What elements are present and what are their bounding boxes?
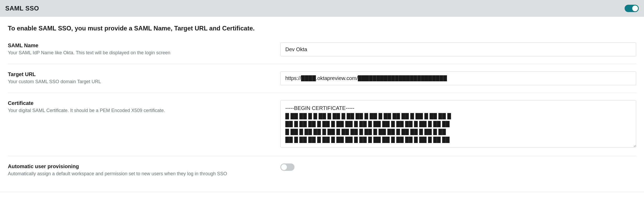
content-area: To enable SAML SSO, you must provide a S… — [0, 17, 644, 184]
target-url-row: Target URL Your custom SAML SSO domain T… — [8, 71, 636, 93]
target-url-label: Target URL — [8, 71, 270, 77]
certificate-description: Your digital SAML Certificate. It should… — [8, 107, 270, 114]
auto-provisioning-description: Automatically assign a default workspace… — [8, 171, 270, 177]
saml-name-input[interactable] — [280, 43, 636, 56]
saml-sso-toggle[interactable] — [625, 5, 639, 12]
auto-provisioning-label: Automatic user provisioning — [8, 163, 270, 169]
bottom-divider — [0, 192, 644, 192]
toggle-knob — [632, 6, 638, 11]
toggle-knob — [281, 164, 287, 170]
auto-provisioning-row: Automatic user provisioning Automaticall… — [8, 163, 636, 184]
saml-name-label: SAML Name — [8, 43, 270, 49]
instruction-text: To enable SAML SSO, you must provide a S… — [8, 25, 636, 32]
certificate-textarea[interactable] — [280, 100, 636, 147]
header-bar: SAML SSO — [0, 0, 644, 17]
saml-name-description: Your SAML IdP Name like Okta. This text … — [8, 50, 270, 56]
auto-provisioning-toggle[interactable] — [280, 163, 294, 171]
target-url-description: Your custom SAML SSO domain Target URL — [8, 78, 270, 85]
certificate-row: Certificate Your digital SAML Certificat… — [8, 100, 636, 156]
page-title: SAML SSO — [5, 5, 39, 12]
certificate-label: Certificate — [8, 100, 270, 106]
saml-name-row: SAML Name Your SAML IdP Name like Okta. … — [8, 43, 636, 64]
target-url-input[interactable] — [280, 71, 636, 85]
